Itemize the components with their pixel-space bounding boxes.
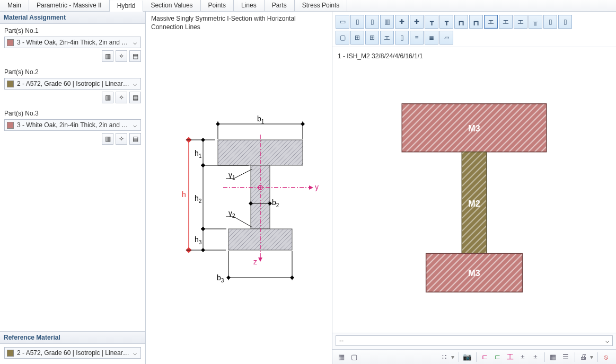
shape-btn-8[interactable]: ┳ xyxy=(439,15,453,29)
tool-btn-points[interactable]: ∷ xyxy=(438,351,450,363)
material-library-button[interactable]: ▥ xyxy=(102,92,113,103)
chevron-down-icon: ⌵ xyxy=(131,80,138,87)
part-1-material-dropdown[interactable]: 3 - White Oak, 2in-4in Thick, 2in and W.… xyxy=(4,37,141,48)
edit-material-button[interactable]: ▤ xyxy=(129,50,141,62)
shape-btn-19[interactable]: ⊞ xyxy=(365,31,379,45)
tab-hybrid[interactable]: Hybrid xyxy=(110,1,144,12)
svg-text:b1: b1 xyxy=(257,114,265,125)
part-3-label: Part(s) No.3 xyxy=(4,110,141,117)
flange-bottom-label: M3 xyxy=(468,268,480,278)
tool-btn-e[interactable]: 工 xyxy=(504,351,516,363)
part-2-material-dropdown[interactable]: 2 - A572, Grade 60 | Isotropic | Linear … xyxy=(4,78,141,90)
chevron-down-icon: ⌵ xyxy=(131,349,138,357)
shape-selection-toolbar: ▭ ▯ ▯ ▥ ✚ ✚ ┳ ┳ ┏┓ ┏┓ エ エ エ ╥ ▯ ▯ ▢ ⊞ ⊞ … xyxy=(332,12,616,47)
section-dimension-diagram: y z b1 b2 b3 h xyxy=(160,103,319,294)
tab-parametric[interactable]: Parametric - Massive II xyxy=(29,0,110,11)
reference-material-text: 2 - A572, Grade 60 | Isotropic | Linear … xyxy=(17,349,131,357)
main-tabs: Main Parametric - Massive II Hybrid Sect… xyxy=(0,0,616,12)
tool-btn-cam[interactable]: 📷 xyxy=(461,351,473,363)
shape-btn-22[interactable]: ≡ xyxy=(410,31,424,45)
print-button[interactable]: 🖨 xyxy=(577,351,589,363)
material-assignment-header: Material Assignment xyxy=(0,12,145,24)
tool-btn-reset[interactable]: ⦸ xyxy=(600,351,612,363)
shape-btn-11-active[interactable]: エ xyxy=(484,15,498,29)
tab-main[interactable]: Main xyxy=(0,0,29,11)
shape-btn-17[interactable]: ▢ xyxy=(336,31,349,45)
shape-btn-10[interactable]: ┏┓ xyxy=(469,15,483,29)
shape-btn-5[interactable]: ✚ xyxy=(395,15,409,29)
part-2-label: Part(s) No.2 xyxy=(4,68,141,76)
chevron-down-icon: ⌵ xyxy=(131,39,138,46)
shape-btn-13[interactable]: エ xyxy=(514,15,527,29)
reference-material-dropdown[interactable]: 2 - A572, Grade 60 | Isotropic | Linear … xyxy=(4,347,141,359)
material-swatch-icon xyxy=(7,122,14,129)
material-library-button[interactable]: ▥ xyxy=(102,133,113,145)
tab-lines[interactable]: Lines xyxy=(234,0,265,11)
material-swatch-icon xyxy=(7,350,14,357)
svg-text:γ1: γ1 xyxy=(228,171,235,181)
section-diagram-title: Massive Singly Symmetric I-Section with … xyxy=(151,15,327,31)
right-column: ▭ ▯ ▯ ▥ ✚ ✚ ┳ ┳ ┏┓ ┏┓ エ エ エ ╥ ▯ ▯ ▢ ⊞ ⊞ … xyxy=(332,12,616,364)
new-material-button[interactable]: ✧ xyxy=(116,50,127,62)
tool-btn-d[interactable]: ⊏ xyxy=(491,351,503,363)
tool-btn-g[interactable]: ± xyxy=(530,351,541,363)
tab-section-values[interactable]: Section Values xyxy=(143,0,200,11)
shape-btn-7[interactable]: ┳ xyxy=(425,15,438,29)
tool-btn-list[interactable]: ☰ xyxy=(560,351,571,363)
part-1-label: Part(s) No.1 xyxy=(4,27,141,34)
tab-parts[interactable]: Parts xyxy=(265,0,295,11)
chevron-down-icon: ▾ xyxy=(590,353,593,361)
part-3: Part(s) No.3 3 - White Oak, 2in-4in Thic… xyxy=(4,110,141,145)
svg-line-29 xyxy=(234,169,252,179)
shape-btn-14[interactable]: ╥ xyxy=(529,15,542,29)
part-2-material-text: 2 - A572, Grade 60 | Isotropic | Linear … xyxy=(17,80,131,87)
shape-btn-9[interactable]: ┏┓ xyxy=(454,15,468,29)
tool-btn-a[interactable]: ▦ xyxy=(336,351,347,363)
section-render-canvas[interactable]: M3 M2 M3 xyxy=(332,62,616,333)
shape-btn-2[interactable]: ▯ xyxy=(350,15,364,29)
edit-material-button[interactable]: ▤ xyxy=(129,92,141,103)
tool-btn-b[interactable]: ▢ xyxy=(348,351,360,363)
shape-btn-6[interactable]: ✚ xyxy=(410,15,424,29)
new-material-button[interactable]: ✧ xyxy=(116,92,127,103)
shape-btn-16[interactable]: ▯ xyxy=(558,15,572,29)
reference-material-header: Reference Material xyxy=(0,332,145,344)
current-section-name: 1 - ISH_M2 32/8/24/4/6/16/1/1 xyxy=(332,47,616,62)
part-1: Part(s) No.1 3 - White Oak, 2in-4in Thic… xyxy=(4,27,141,62)
part-3-material-dropdown[interactable]: 3 - White Oak, 2in-4in Thick, 2in and W.… xyxy=(4,119,141,131)
render-mode-dropdown[interactable]: -- ⌵ xyxy=(336,335,613,346)
svg-text:h3: h3 xyxy=(195,235,202,245)
tool-btn-f[interactable]: ± xyxy=(517,351,529,363)
shape-btn-20[interactable]: エ xyxy=(380,31,394,45)
tool-btn-grid[interactable]: ▦ xyxy=(547,351,559,363)
chevron-down-icon: ⌵ xyxy=(605,337,609,344)
left-column: Material Assignment Part(s) No.1 3 - Whi… xyxy=(0,12,146,364)
material-library-button[interactable]: ▥ xyxy=(102,50,113,62)
tool-btn-c[interactable]: ⊏ xyxy=(479,351,490,363)
svg-text:b3: b3 xyxy=(217,273,224,283)
svg-line-32 xyxy=(234,217,252,227)
right-footer-dropdown-row: -- ⌵ xyxy=(332,333,616,349)
tab-points[interactable]: Points xyxy=(201,0,234,11)
shape-btn-15[interactable]: ▯ xyxy=(543,15,557,29)
svg-text:h2: h2 xyxy=(195,194,202,204)
middle-column: Massive Singly Symmetric I-Section with … xyxy=(146,12,332,364)
y-axis-label: y xyxy=(315,183,319,191)
shape-btn-21[interactable]: ▯ xyxy=(395,31,409,45)
new-material-button[interactable]: ✧ xyxy=(116,133,127,145)
material-swatch-icon xyxy=(7,81,14,87)
h-label: h xyxy=(182,190,186,199)
part-3-material-text: 3 - White Oak, 2in-4in Thick, 2in and W.… xyxy=(17,121,131,129)
tab-stress-points[interactable]: Stress Points xyxy=(295,0,348,11)
shape-btn-1[interactable]: ▭ xyxy=(336,15,349,29)
shape-btn-24[interactable]: ▱ xyxy=(439,31,453,45)
svg-point-7 xyxy=(259,187,260,188)
shape-btn-3[interactable]: ▯ xyxy=(365,15,379,29)
shape-btn-23[interactable]: ≣ xyxy=(425,31,438,45)
chevron-down-icon: ▾ xyxy=(451,353,454,361)
shape-btn-4[interactable]: ▥ xyxy=(380,15,394,29)
edit-material-button[interactable]: ▤ xyxy=(129,133,141,145)
shape-btn-12[interactable]: エ xyxy=(499,15,513,29)
reference-material-panel: Reference Material 2 - A572, Grade 60 | … xyxy=(0,331,145,364)
shape-btn-18[interactable]: ⊞ xyxy=(350,31,364,45)
